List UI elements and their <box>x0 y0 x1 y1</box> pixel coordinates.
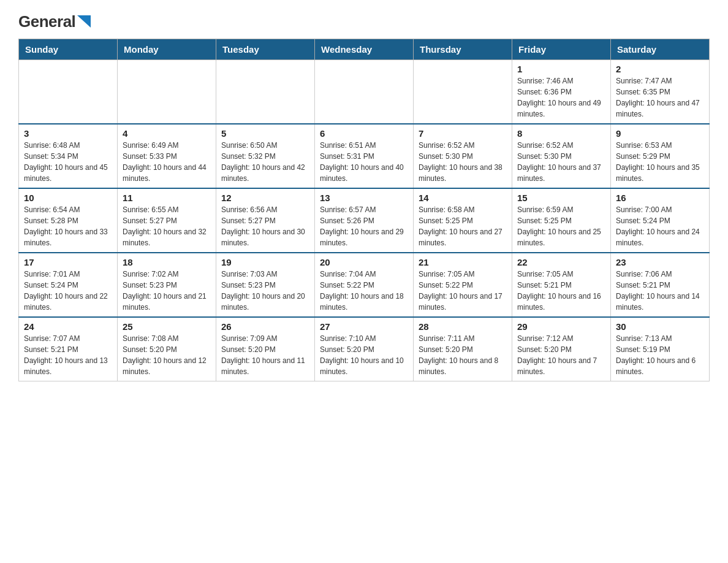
day-number: 8 <box>517 128 605 139</box>
day-info: Sunrise: 7:11 AMSunset: 5:20 PMDaylight:… <box>419 333 507 377</box>
day-number: 15 <box>517 193 605 203</box>
calendar-day-cell: 27Sunrise: 7:10 AMSunset: 5:20 PMDayligh… <box>315 317 414 381</box>
calendar-day-cell: 16Sunrise: 7:00 AMSunset: 5:24 PMDayligh… <box>611 188 710 253</box>
day-info: Sunrise: 6:53 AMSunset: 5:29 PMDaylight:… <box>616 140 704 184</box>
calendar-day-cell: 4Sunrise: 6:49 AMSunset: 5:33 PMDaylight… <box>118 124 216 188</box>
calendar-day-cell: 19Sunrise: 7:03 AMSunset: 5:23 PMDayligh… <box>216 253 315 317</box>
calendar-day-cell: 15Sunrise: 6:59 AMSunset: 5:25 PMDayligh… <box>512 188 611 253</box>
calendar-day-cell: 3Sunrise: 6:48 AMSunset: 5:34 PMDaylight… <box>19 124 118 188</box>
column-header-sunday: Sunday <box>19 39 118 60</box>
day-info: Sunrise: 7:07 AMSunset: 5:21 PMDaylight:… <box>24 333 112 377</box>
day-info: Sunrise: 7:08 AMSunset: 5:20 PMDaylight:… <box>123 333 211 377</box>
day-number: 25 <box>123 321 211 332</box>
calendar-day-cell: 29Sunrise: 7:12 AMSunset: 5:20 PMDayligh… <box>512 317 611 381</box>
logo-triangle-icon <box>77 15 91 30</box>
day-number: 3 <box>24 128 112 139</box>
day-info: Sunrise: 6:55 AMSunset: 5:27 PMDaylight:… <box>123 204 211 248</box>
calendar-week-row: 3Sunrise: 6:48 AMSunset: 5:34 PMDaylight… <box>19 124 710 188</box>
day-info: Sunrise: 7:10 AMSunset: 5:20 PMDaylight:… <box>320 333 408 377</box>
day-info: Sunrise: 7:01 AMSunset: 5:24 PMDaylight:… <box>24 269 112 313</box>
calendar-day-cell: 30Sunrise: 7:13 AMSunset: 5:19 PMDayligh… <box>611 317 710 381</box>
calendar-day-cell: 26Sunrise: 7:09 AMSunset: 5:20 PMDayligh… <box>216 317 315 381</box>
page-header: General <box>18 12 710 29</box>
calendar-day-cell: 13Sunrise: 6:57 AMSunset: 5:26 PMDayligh… <box>315 188 414 253</box>
column-header-friday: Friday <box>512 39 611 60</box>
day-number: 16 <box>616 193 704 203</box>
day-info: Sunrise: 6:51 AMSunset: 5:31 PMDaylight:… <box>320 140 408 184</box>
day-number: 12 <box>221 193 309 203</box>
day-number: 2 <box>616 64 704 74</box>
calendar-day-cell: 14Sunrise: 6:58 AMSunset: 5:25 PMDayligh… <box>414 188 512 253</box>
calendar-day-cell: 18Sunrise: 7:02 AMSunset: 5:23 PMDayligh… <box>118 253 216 317</box>
day-number: 26 <box>221 321 309 332</box>
day-number: 28 <box>419 321 507 332</box>
day-number: 27 <box>320 321 408 332</box>
logo-area: General <box>18 12 91 29</box>
day-info: Sunrise: 7:46 AMSunset: 6:36 PMDaylight:… <box>517 75 605 120</box>
day-info: Sunrise: 7:05 AMSunset: 5:22 PMDaylight:… <box>419 269 507 313</box>
day-number: 7 <box>419 128 507 139</box>
logo-general-text: General <box>18 12 75 31</box>
day-number: 1 <box>517 64 605 74</box>
day-number: 21 <box>419 257 507 267</box>
calendar-day-cell: 20Sunrise: 7:04 AMSunset: 5:22 PMDayligh… <box>315 253 414 317</box>
calendar-day-cell: 10Sunrise: 6:54 AMSunset: 5:28 PMDayligh… <box>19 188 118 253</box>
day-info: Sunrise: 7:03 AMSunset: 5:23 PMDaylight:… <box>221 269 309 313</box>
day-number: 30 <box>616 321 704 332</box>
column-header-thursday: Thursday <box>414 39 512 60</box>
day-info: Sunrise: 6:50 AMSunset: 5:32 PMDaylight:… <box>221 140 309 184</box>
day-number: 23 <box>616 257 704 267</box>
calendar-week-row: 24Sunrise: 7:07 AMSunset: 5:21 PMDayligh… <box>19 317 710 381</box>
day-info: Sunrise: 7:47 AMSunset: 6:35 PMDaylight:… <box>616 75 704 120</box>
day-info: Sunrise: 6:48 AMSunset: 5:34 PMDaylight:… <box>24 140 112 184</box>
day-info: Sunrise: 6:56 AMSunset: 5:27 PMDaylight:… <box>221 204 309 248</box>
day-info: Sunrise: 7:00 AMSunset: 5:24 PMDaylight:… <box>616 204 704 248</box>
day-number: 19 <box>221 257 309 267</box>
day-number: 11 <box>123 193 211 203</box>
day-info: Sunrise: 7:06 AMSunset: 5:21 PMDaylight:… <box>616 269 704 313</box>
calendar-week-row: 17Sunrise: 7:01 AMSunset: 5:24 PMDayligh… <box>19 253 710 317</box>
day-info: Sunrise: 6:52 AMSunset: 5:30 PMDaylight:… <box>517 140 605 184</box>
column-header-monday: Monday <box>118 39 216 60</box>
column-header-saturday: Saturday <box>611 39 710 60</box>
day-info: Sunrise: 6:52 AMSunset: 5:30 PMDaylight:… <box>419 140 507 184</box>
day-info: Sunrise: 7:05 AMSunset: 5:21 PMDaylight:… <box>517 269 605 313</box>
calendar-day-cell: 24Sunrise: 7:07 AMSunset: 5:21 PMDayligh… <box>19 317 118 381</box>
calendar-day-cell: 2Sunrise: 7:47 AMSunset: 6:35 PMDaylight… <box>611 60 710 124</box>
day-number: 29 <box>517 321 605 332</box>
calendar-day-cell: 21Sunrise: 7:05 AMSunset: 5:22 PMDayligh… <box>414 253 512 317</box>
calendar-day-cell: 22Sunrise: 7:05 AMSunset: 5:21 PMDayligh… <box>512 253 611 317</box>
day-number: 14 <box>419 193 507 203</box>
column-header-tuesday: Tuesday <box>216 39 315 60</box>
calendar-day-cell: 5Sunrise: 6:50 AMSunset: 5:32 PMDaylight… <box>216 124 315 188</box>
calendar-day-cell: 12Sunrise: 6:56 AMSunset: 5:27 PMDayligh… <box>216 188 315 253</box>
day-number: 4 <box>123 128 211 139</box>
calendar-header-row: SundayMondayTuesdayWednesdayThursdayFrid… <box>19 39 710 60</box>
day-info: Sunrise: 6:57 AMSunset: 5:26 PMDaylight:… <box>320 204 408 248</box>
calendar-day-cell: 8Sunrise: 6:52 AMSunset: 5:30 PMDaylight… <box>512 124 611 188</box>
day-number: 20 <box>320 257 408 267</box>
calendar-day-cell <box>216 60 315 124</box>
day-number: 17 <box>24 257 112 267</box>
day-number: 22 <box>517 257 605 267</box>
calendar-table: SundayMondayTuesdayWednesdayThursdayFrid… <box>18 39 710 381</box>
day-number: 6 <box>320 128 408 139</box>
day-number: 5 <box>221 128 309 139</box>
calendar-day-cell <box>414 60 512 124</box>
day-info: Sunrise: 6:49 AMSunset: 5:33 PMDaylight:… <box>123 140 211 184</box>
day-number: 10 <box>24 193 112 203</box>
calendar-week-row: 10Sunrise: 6:54 AMSunset: 5:28 PMDayligh… <box>19 188 710 253</box>
calendar-day-cell: 25Sunrise: 7:08 AMSunset: 5:20 PMDayligh… <box>118 317 216 381</box>
day-info: Sunrise: 6:58 AMSunset: 5:25 PMDaylight:… <box>419 204 507 248</box>
calendar-day-cell: 6Sunrise: 6:51 AMSunset: 5:31 PMDaylight… <box>315 124 414 188</box>
day-info: Sunrise: 6:54 AMSunset: 5:28 PMDaylight:… <box>24 204 112 248</box>
day-number: 13 <box>320 193 408 203</box>
svg-marker-0 <box>77 15 91 28</box>
calendar-day-cell: 28Sunrise: 7:11 AMSunset: 5:20 PMDayligh… <box>414 317 512 381</box>
day-info: Sunrise: 6:59 AMSunset: 5:25 PMDaylight:… <box>517 204 605 248</box>
calendar-day-cell: 23Sunrise: 7:06 AMSunset: 5:21 PMDayligh… <box>611 253 710 317</box>
day-info: Sunrise: 7:02 AMSunset: 5:23 PMDaylight:… <box>123 269 211 313</box>
calendar-day-cell: 17Sunrise: 7:01 AMSunset: 5:24 PMDayligh… <box>19 253 118 317</box>
calendar-day-cell: 9Sunrise: 6:53 AMSunset: 5:29 PMDaylight… <box>611 124 710 188</box>
calendar-day-cell: 7Sunrise: 6:52 AMSunset: 5:30 PMDaylight… <box>414 124 512 188</box>
